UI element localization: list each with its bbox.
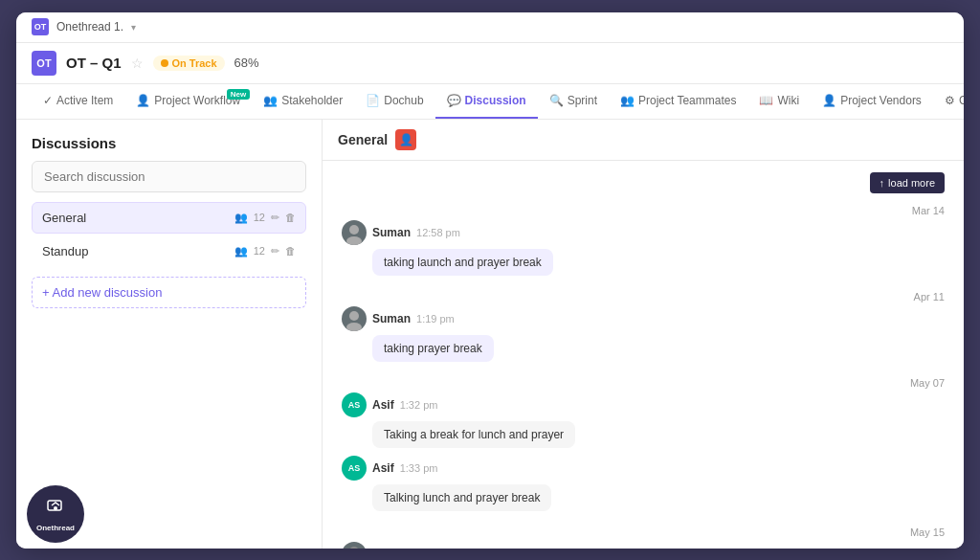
message-header: Nokibul 2:41 pm <box>342 542 945 549</box>
chat-header-title: General <box>338 132 388 147</box>
discussion-icon: 💬 <box>447 94 461 107</box>
message-header: Suman 1:19 pm <box>342 306 945 331</box>
load-more-label: load more <box>888 177 935 189</box>
date-divider-apr11: Apr 11 <box>342 283 945 306</box>
date-divider-mar14: Mar 14 <box>342 197 945 220</box>
workspace-name: Onethread 1. <box>56 20 123 34</box>
tab-project-teammates[interactable]: 👥 Project Teammates <box>609 84 748 119</box>
sender-name: Nokibul <box>372 548 414 549</box>
tab-wiki[interactable]: 📖 Wiki <box>747 84 811 119</box>
sender-name: Asif <box>372 461 394 475</box>
message-bubble: taking prayer break <box>372 335 494 362</box>
member-count: 12 <box>254 212 265 223</box>
top-bar: OT Onethread 1. ▾ <box>16 12 964 43</box>
workspace-chevron[interactable]: ▾ <box>131 22 136 33</box>
tab-dochub[interactable]: 📄 Dochub <box>354 84 434 119</box>
sidebar-title: Discussions <box>32 135 306 151</box>
date-divider-may15: May 15 <box>342 519 945 542</box>
tab-configuration[interactable]: ⚙ Configuration <box>933 84 964 119</box>
discussions-sidebar: Discussions General 👥 12 ✏ 🗑 Standup 👥 <box>16 120 323 549</box>
delete-icon[interactable]: 🗑 <box>285 212 296 223</box>
main-layout: Discussions General 👥 12 ✏ 🗑 Standup 👥 <box>16 120 964 549</box>
status-badge: On Track <box>153 56 225 71</box>
discussion-item-standup[interactable]: Standup 👥 12 ✏ 🗑 <box>32 235 306 267</box>
discussion-standup-label: Standup <box>42 244 88 258</box>
tab-wiki-label: Wiki <box>777 94 799 107</box>
load-more-button[interactable]: ↑ load more <box>870 172 945 193</box>
message-group-suman-apr11: Suman 1:19 pm taking prayer break <box>342 306 945 362</box>
chat-area: General 👤 ↑ load more Mar 14 Suman <box>323 120 964 549</box>
message-group-suman-mar14: Suman 12:58 pm taking launch and prayer … <box>342 220 945 276</box>
message-time: 12:58 pm <box>416 227 460 238</box>
standup-edit-icon[interactable]: ✏ <box>271 245 279 258</box>
teammates-icon: 👥 <box>620 94 635 107</box>
tab-configuration-label: Configuration <box>959 94 964 107</box>
sender-name: Suman <box>372 312 411 325</box>
discussion-general-label: General <box>42 211 86 225</box>
svg-point-4 <box>349 311 359 321</box>
bottom-logo: Onethread <box>27 485 84 543</box>
project-header: OT OT – Q1 ☆ On Track 68% <box>16 43 964 84</box>
message-time: 1:19 pm <box>416 313 455 325</box>
standup-delete-icon[interactable]: 🗑 <box>285 245 296 257</box>
message-header: AS Asif 1:32 pm <box>342 392 945 417</box>
svg-point-6 <box>349 547 359 549</box>
svg-point-1 <box>54 506 57 510</box>
standup-members-icon: 👥 <box>234 245 248 258</box>
wiki-icon: 📖 <box>759 94 773 107</box>
tab-project-vendors-label: Project Vendors <box>840 94 922 107</box>
tab-project-workflow[interactable]: 👤 Project Workflow New <box>124 84 252 119</box>
vendors-icon: 👤 <box>822 94 836 107</box>
config-icon: ⚙ <box>945 94 955 107</box>
discussion-item-general[interactable]: General 👥 12 ✏ 🗑 <box>32 202 306 234</box>
chat-header-button[interactable]: 👤 <box>395 129 416 150</box>
message-time: 1:32 pm <box>400 399 438 411</box>
avatar-nokibul <box>342 542 367 549</box>
message-bubble: Taking a break for lunch and prayer <box>372 421 575 448</box>
svg-point-5 <box>346 323 362 331</box>
message-header: Suman 12:58 pm <box>342 220 945 245</box>
message-time: 1:33 pm <box>400 462 438 474</box>
tab-active-item-label: Active Item <box>56 94 113 107</box>
project-title: OT – Q1 <box>66 55 122 71</box>
tab-sprint-label: Sprint <box>568 94 597 107</box>
svg-point-2 <box>349 225 359 235</box>
message-group-nokibul: Nokibul 2:41 pm Taking lunch break <box>342 542 945 549</box>
edit-icon[interactable]: ✏ <box>271 212 279 224</box>
discussion-standup-actions: 👥 12 ✏ 🗑 <box>234 245 296 258</box>
stakeholder-icon: 👥 <box>263 94 278 107</box>
project-workflow-icon: 👤 <box>136 94 150 107</box>
tab-project-vendors[interactable]: 👤 Project Vendors <box>811 84 933 119</box>
project-icon: OT <box>32 51 56 76</box>
avatar-suman <box>342 220 367 245</box>
tab-dochub-label: Dochub <box>384 94 423 107</box>
tab-stakeholder-label: Stakeholder <box>281 94 343 107</box>
message-group-asif-may07b: AS Asif 1:33 pm Talking lunch and prayer… <box>342 456 945 511</box>
workspace-logo-text: OT <box>34 22 47 32</box>
message-bubble: taking launch and prayer break <box>372 249 553 276</box>
svg-point-3 <box>346 236 362 245</box>
search-input[interactable] <box>32 161 306 192</box>
status-dot <box>161 59 168 67</box>
discussion-list: General 👥 12 ✏ 🗑 Standup 👥 12 ✏ 🗑 <box>32 202 306 267</box>
tab-discussion[interactable]: 💬 Discussion <box>435 84 538 119</box>
dochub-icon: 📄 <box>366 94 380 107</box>
standup-member-count: 12 <box>254 245 265 257</box>
app-container: OT Onethread 1. ▾ OT OT – Q1 ☆ On Track … <box>16 12 964 549</box>
discussion-general-actions: 👥 12 ✏ 🗑 <box>234 212 296 224</box>
tab-discussion-label: Discussion <box>465 94 526 107</box>
star-icon[interactable]: ☆ <box>131 56 144 71</box>
logo-text: Onethread <box>36 524 75 532</box>
tab-stakeholder[interactable]: 👥 Stakeholder <box>252 84 354 119</box>
active-item-icon: ✓ <box>43 94 53 107</box>
message-header: AS Asif 1:33 pm <box>342 456 945 481</box>
chat-messages: ↑ load more Mar 14 Suman 12:58 pm taking… <box>323 161 964 549</box>
tab-sprint[interactable]: 🔍 Sprint <box>538 84 609 119</box>
avatar-asif-2: AS <box>342 456 367 481</box>
members-icon: 👥 <box>234 212 248 224</box>
tab-active-item[interactable]: ✓ Active Item <box>32 84 124 119</box>
load-more-icon: ↑ <box>880 177 885 189</box>
progress-text: 68% <box>234 56 259 70</box>
chat-header: General 👤 <box>323 120 964 161</box>
add-discussion-button[interactable]: + Add new discussion <box>32 277 306 308</box>
